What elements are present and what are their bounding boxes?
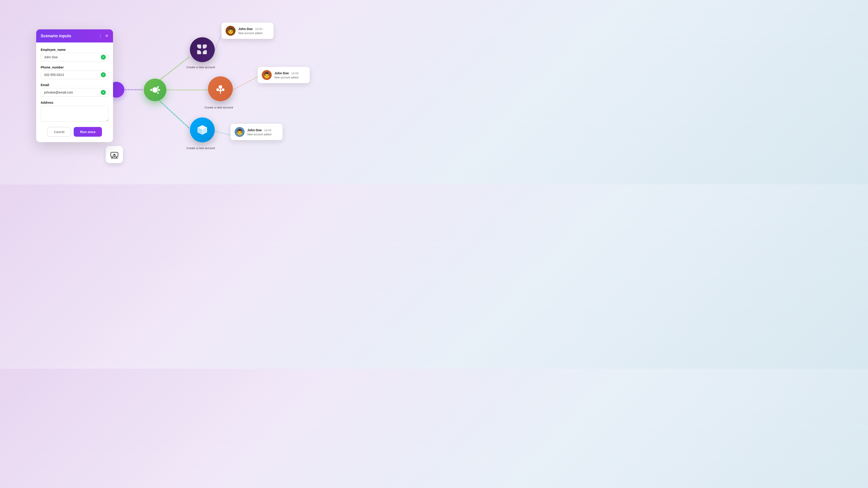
hubspot-icon (215, 83, 226, 95)
input-email[interactable] (41, 88, 108, 97)
svg-line-5 (233, 77, 258, 90)
svg-line-4 (215, 34, 221, 51)
notification-card-slack: 👨 John Doe 18:00 New account added (221, 23, 274, 39)
dialog-close-button[interactable]: ✕ (105, 33, 108, 38)
scenario-inputs-dialog: Scenario inputs ⋮ ✕ Employee_name ✓ Phon… (36, 29, 113, 142)
check-phone-number: ✓ (101, 72, 106, 77)
notif-msg-hubspot: New account added (274, 76, 299, 79)
slack-node (190, 37, 215, 62)
box-node (190, 118, 215, 142)
svg-line-3 (155, 97, 190, 129)
label-email: Email (41, 83, 108, 87)
avatar-box: 👨 (235, 127, 245, 137)
svg-point-7 (152, 87, 158, 93)
input-wrap-address (41, 106, 108, 122)
dialog-header: Scenario inputs ⋮ ✕ (36, 29, 113, 42)
dialog-body: Employee_name ✓ Phone_number ✓ Email ✓ A… (36, 42, 113, 127)
svg-line-6 (215, 131, 230, 135)
tool-icon (110, 150, 119, 159)
cancel-button[interactable]: Cancel (47, 127, 71, 137)
hubspot-node (208, 76, 233, 101)
notif-text-slack: John Doe 18:00 New account added (238, 27, 262, 35)
box-icon (196, 124, 209, 136)
input-wrap-phone-number: ✓ (41, 70, 108, 79)
notif-name-slack: John Doe (238, 27, 253, 31)
label-phone-number: Phone_number (41, 66, 108, 69)
svg-line-1 (155, 57, 190, 84)
notif-time-box: 18:00 (264, 129, 272, 132)
notification-card-hubspot: 👨 John Doe 18:00 New account added (258, 67, 310, 83)
notif-text-box: John Doe 18:00 New account added (247, 128, 272, 136)
label-address: Address (41, 101, 108, 104)
notif-time-slack: 18:00 (255, 27, 262, 31)
check-employee-name: ✓ (101, 55, 106, 60)
input-address[interactable] (41, 106, 108, 122)
svg-marker-8 (150, 89, 152, 91)
notif-name-box: John Doe (247, 128, 262, 132)
run-once-button[interactable]: Run once (74, 127, 102, 137)
notif-msg-slack: New account added (238, 32, 262, 35)
slack-icon (197, 44, 208, 55)
notif-text-hubspot: John Doe 18:00 New account added (274, 71, 299, 79)
input-phone-number[interactable] (41, 70, 108, 79)
input-wrap-email: ✓ (41, 88, 108, 97)
label-employee-name: Employee_name (41, 48, 108, 52)
dialog-title: Scenario inputs (41, 34, 71, 38)
dialog-actions: Cancel Run once (36, 127, 113, 142)
dialog-header-icons: ⋮ ✕ (98, 33, 108, 38)
notif-name-hubspot: John Doe (274, 71, 289, 75)
dialog-more-button[interactable]: ⋮ (98, 33, 102, 38)
svg-marker-11 (157, 92, 159, 94)
field-email: Email ✓ (41, 83, 108, 97)
router-icon (149, 84, 161, 96)
box-label: Create a new account (183, 147, 219, 150)
field-phone-number: Phone_number ✓ (41, 66, 108, 79)
svg-marker-9 (158, 89, 160, 91)
avatar-hubspot: 👨 (262, 70, 272, 80)
tool-node (106, 146, 123, 163)
avatar-slack: 👨 (225, 26, 236, 36)
router-node (144, 78, 166, 101)
check-email: ✓ (101, 90, 106, 95)
hubspot-label: Create a new account (201, 106, 237, 109)
svg-point-12 (219, 85, 222, 89)
input-wrap-employee-name: ✓ (41, 53, 108, 61)
notif-time-hubspot: 18:00 (291, 72, 299, 75)
slack-label: Create a new account (183, 66, 219, 69)
field-address: Address (41, 101, 108, 122)
input-employee-name[interactable] (41, 53, 108, 61)
field-employee-name: Employee_name ✓ (41, 48, 108, 61)
notif-msg-box: New account added (247, 133, 272, 136)
notification-card-box: 👨 John Doe 18:00 New account added (230, 124, 283, 140)
